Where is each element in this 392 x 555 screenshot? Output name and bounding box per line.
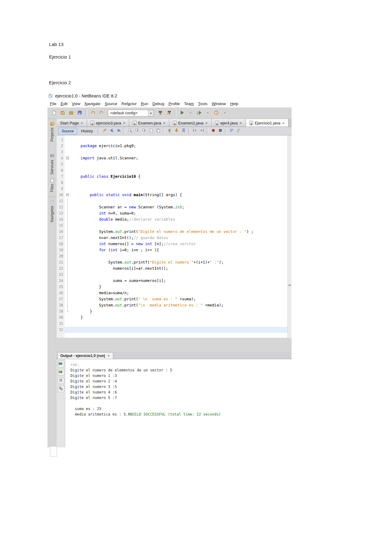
shift-left-button[interactable] [192, 128, 198, 134]
source-view-button[interactable]: Source [58, 128, 77, 135]
line-number[interactable]: 1 [57, 137, 65, 143]
rerun-button[interactable] [58, 361, 64, 367]
code-editor[interactable]: 12 package ejercicio1.pkg0;34 import jav… [57, 135, 288, 338]
collapse-box-icon[interactable] [66, 157, 69, 159]
code-line-32[interactable]: 32 [57, 327, 288, 333]
menu-navigate[interactable]: Navigate [82, 101, 102, 107]
save-all-button[interactable] [76, 109, 84, 117]
run-project-button[interactable] [178, 109, 186, 117]
chevron-down-button[interactable] [204, 109, 212, 117]
code-line-8[interactable]: 8 [57, 180, 288, 186]
output-console[interactable]: run:Digite el numero de elementos de un … [65, 359, 292, 447]
code-line-17[interactable]: 17 n=ar.nextInt();// guarda datos [57, 235, 288, 241]
code-line-11[interactable]: 11 [57, 198, 288, 204]
code-line-25[interactable]: 25 } [57, 284, 288, 290]
line-number[interactable]: 25 [57, 284, 65, 290]
code-line-9[interactable]: 9 [57, 186, 288, 192]
line-number[interactable]: 4 [57, 155, 65, 161]
editor-scrollbar[interactable] [288, 135, 292, 338]
menu-view[interactable]: View [70, 101, 82, 107]
line-number[interactable]: 13 [57, 210, 65, 216]
fold-toggle[interactable] [65, 192, 71, 198]
close-tab-icon[interactable]: × [282, 121, 285, 125]
chevron-down-icon[interactable]: ▾ [148, 110, 153, 116]
menu-edit[interactable]: Edit [58, 101, 70, 107]
code-line-29[interactable]: 29 } [57, 308, 288, 314]
output-tab[interactable]: Output - ejercicio1.0 (run) × [57, 352, 113, 359]
menu-profile[interactable]: Profile [166, 101, 182, 107]
menu-team[interactable]: Team [182, 101, 196, 107]
close-output-icon[interactable]: × [107, 354, 110, 358]
code-line-1[interactable]: 1 [57, 137, 288, 143]
tab-ejercicio3-java[interactable]: ejercicio3.java× [87, 119, 129, 127]
tab-examen2-java[interactable]: Examen2.java× [169, 119, 212, 127]
line-number[interactable]: 12 [57, 204, 65, 210]
code-line-5[interactable]: 5 [57, 161, 288, 167]
code-line-12[interactable]: 12 Scanner ar = new Scanner (System.in); [57, 204, 288, 210]
close-tab-icon[interactable]: × [123, 121, 126, 125]
code-line-22[interactable]: 22 numeros[i]=ar.nextInt(); [57, 265, 288, 272]
line-number[interactable]: 15 [57, 222, 65, 229]
code-line-31[interactable]: 31 [57, 321, 288, 327]
code-line-20[interactable]: 20 [57, 253, 288, 259]
chevron-down-button[interactable] [187, 109, 194, 117]
tab-ejer4-java[interactable]: ejer4.java× [212, 119, 246, 127]
code-line-18[interactable]: 18 int numeros[] = new int [n];//crea ve… [57, 241, 288, 247]
code-line-30[interactable]: 30 } [57, 314, 288, 321]
line-number[interactable]: 16 [57, 229, 65, 235]
sidebar-tab-navigator[interactable]: Navigator [48, 197, 56, 223]
code-line-27[interactable]: 27 System.out.print(" \n suma es : " +su… [57, 296, 288, 302]
line-number[interactable]: 29 [57, 308, 65, 314]
line-number[interactable]: 31 [57, 321, 65, 327]
next-bookmark-button[interactable] [173, 128, 180, 134]
code-line-3[interactable]: 3 [57, 149, 288, 155]
tab-start-page[interactable]: Start Page× [57, 119, 87, 127]
clean-build-button[interactable] [165, 109, 173, 117]
code-line-28[interactable]: 28 System.out.print("\n media aritmetica… [57, 302, 288, 308]
fold-toggle[interactable] [65, 155, 71, 161]
menu-refactor[interactable]: Refactor [119, 101, 139, 107]
select-in-projects-button[interactable] [148, 128, 154, 134]
line-number[interactable]: 9 [57, 186, 65, 192]
chevron-down-button[interactable] [221, 109, 229, 117]
profile-project-button[interactable] [212, 109, 220, 117]
code-line-26[interactable]: 26 media=suma/n; [57, 290, 288, 296]
line-number[interactable]: 17 [57, 235, 65, 241]
sidebar-tab-projects[interactable]: Projects [49, 121, 55, 143]
find-selection-button[interactable] [127, 128, 133, 134]
comment-button[interactable] [228, 128, 235, 134]
line-number[interactable]: 8 [57, 180, 65, 186]
new-file-button[interactable] [50, 109, 58, 117]
menu-tools[interactable]: Tools [196, 101, 209, 107]
code-line-23[interactable]: 23 [57, 272, 288, 278]
start-macro-button[interactable] [210, 128, 217, 134]
undo-button[interactable] [89, 109, 97, 117]
code-line-10[interactable]: 10 public static void main(String[] args… [57, 192, 288, 198]
uncomment-button[interactable] [236, 128, 242, 134]
line-number[interactable]: 2 [57, 143, 65, 149]
sidebar-tab-services[interactable]: Services [49, 153, 55, 175]
line-number[interactable]: 32 [57, 327, 65, 333]
tab-examen-java[interactable]: Examen.java× [129, 119, 169, 127]
shift-right-button[interactable] [199, 128, 205, 134]
code-line-14[interactable]: 14 double media;//declarar variables [57, 216, 288, 222]
rerun-debug-button[interactable] [58, 369, 64, 376]
menu-source[interactable]: Source [103, 101, 119, 107]
previous-bookmark-button[interactable] [166, 128, 173, 134]
code-line-21[interactable]: 21 System.out.printf("Digite el numero "… [57, 259, 288, 265]
back-button[interactable] [108, 128, 115, 134]
toggle-bookmark-button[interactable] [180, 128, 187, 134]
line-number[interactable]: 23 [57, 272, 65, 278]
menu-window[interactable]: Window [209, 101, 228, 107]
line-number[interactable]: 20 [57, 253, 65, 259]
line-number[interactable]: 18 [57, 241, 65, 247]
code-line-24[interactable]: 24 suma = suma+numeros[i]; [57, 278, 288, 284]
code-line-15[interactable]: 15 [57, 222, 288, 229]
code-line-13[interactable]: 13 int n=0, suma=0; [57, 210, 288, 216]
build-project-button[interactable] [156, 109, 164, 117]
code-line-2[interactable]: 2 package ejercicio1.pkg0; [57, 143, 288, 149]
line-number[interactable]: 7 [57, 173, 65, 180]
line-number[interactable]: 3 [57, 149, 65, 155]
line-number[interactable]: 30 [57, 314, 65, 321]
line-number[interactable]: 24 [57, 278, 65, 284]
